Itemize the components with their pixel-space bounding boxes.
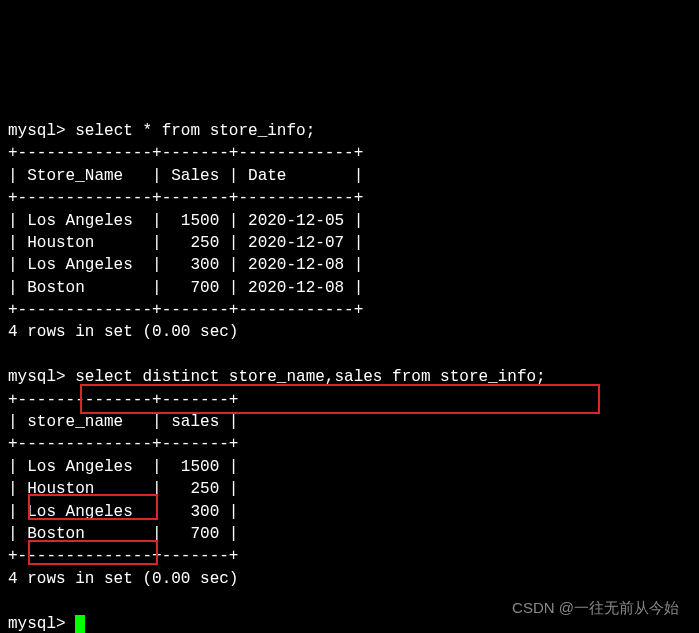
column-header: store_name bbox=[27, 413, 123, 431]
prompt: mysql> bbox=[8, 615, 66, 633]
cell-sales: 1500 bbox=[181, 212, 219, 230]
table-border: +--------------+-------+------------+ bbox=[8, 189, 363, 207]
table-border: +--------------+-------+ bbox=[8, 391, 238, 409]
cell-sales: 250 bbox=[190, 234, 219, 252]
cell-sales: 1500 bbox=[181, 458, 219, 476]
cell-store: Los Angeles bbox=[27, 503, 133, 521]
result-message: 4 rows in set (0.00 sec) bbox=[8, 570, 238, 588]
table-border: +--------------+-------+ bbox=[8, 435, 238, 453]
cell-sales: 300 bbox=[190, 503, 219, 521]
cell-store: Los Angeles bbox=[27, 458, 133, 476]
table-border: +--------------+-------+ bbox=[8, 547, 238, 565]
cursor-icon[interactable] bbox=[75, 615, 85, 633]
table-border: +--------------+-------+------------+ bbox=[8, 301, 363, 319]
cell-sales: 700 bbox=[190, 279, 219, 297]
cell-date: 2020-12-08 bbox=[248, 279, 344, 297]
table-border: +--------------+-------+------------+ bbox=[8, 144, 363, 162]
cell-date: 2020-12-07 bbox=[248, 234, 344, 252]
cell-date: 2020-12-08 bbox=[248, 256, 344, 274]
watermark-text: CSDN @一往无前从今始 bbox=[512, 597, 679, 618]
terminal-output: mysql> select * from store_info; +------… bbox=[8, 98, 691, 633]
result-message: 4 rows in set (0.00 sec) bbox=[8, 323, 238, 341]
cell-sales: 250 bbox=[190, 480, 219, 498]
column-header: Sales bbox=[171, 167, 219, 185]
prompt: mysql> bbox=[8, 368, 66, 386]
cell-store: Houston bbox=[27, 480, 94, 498]
cell-sales: 300 bbox=[190, 256, 219, 274]
sql-query-1: select * from store_info; bbox=[75, 122, 315, 140]
column-header: sales bbox=[171, 413, 219, 431]
cell-date: 2020-12-05 bbox=[248, 212, 344, 230]
cell-sales: 700 bbox=[190, 525, 219, 543]
cell-store: Boston bbox=[27, 525, 85, 543]
sql-query-2: select distinct store_name,sales from st… bbox=[75, 368, 545, 386]
cell-store: Los Angeles bbox=[27, 212, 133, 230]
cell-store: Houston bbox=[27, 234, 94, 252]
cell-store: Los Angeles bbox=[27, 256, 133, 274]
column-header: Date bbox=[248, 167, 286, 185]
column-header: Store_Name bbox=[27, 167, 123, 185]
prompt: mysql> bbox=[8, 122, 66, 140]
cell-store: Boston bbox=[27, 279, 85, 297]
